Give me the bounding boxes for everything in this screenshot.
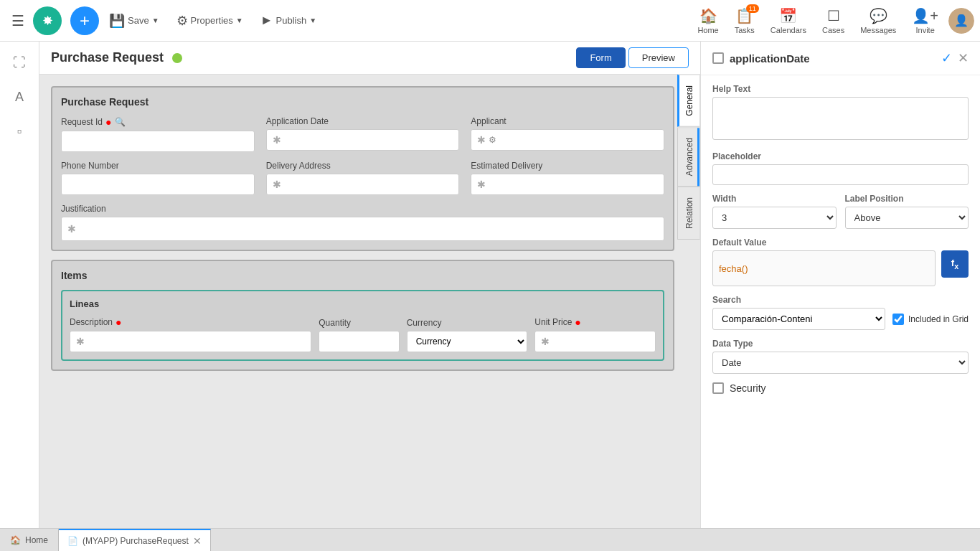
quantity-input[interactable] <box>319 331 399 352</box>
bottom-bar: 🏠 Home 📄 (MYAPP) PurchaseRequest ✕ <box>0 528 980 551</box>
field-description: Description ● ✱ <box>70 316 311 352</box>
applicant-gear-icon: ⚙ <box>489 135 496 145</box>
tasks-label: Tasks <box>735 26 755 34</box>
top-navbar: ☰ ✸ + 💾 Save ▼ ⚙ Properties ▼ ► Publish … <box>0 0 980 42</box>
help-text-label: Help Text <box>712 84 969 94</box>
vtab-general[interactable]: General <box>677 75 700 127</box>
phone-number-input[interactable] <box>61 174 255 195</box>
bottom-tab-purchaserequest[interactable]: 📄 (MYAPP) PurchaseRequest ✕ <box>59 529 211 551</box>
avatar-button[interactable]: 👤 <box>948 8 974 34</box>
preview-view-button[interactable]: Preview <box>628 47 689 68</box>
messages-icon: 💬 <box>870 7 887 24</box>
vtab-advanced[interactable]: Advanced <box>677 127 700 187</box>
security-row: Security <box>712 382 969 394</box>
messages-button[interactable]: 💬 Messages <box>854 4 902 37</box>
currency-select[interactable]: Currency USD EUR GBP <box>407 331 528 352</box>
field-phone-number: Phone Number <box>61 161 255 195</box>
doc-tab-label: (MYAPP) PurchaseRequest <box>83 536 189 546</box>
save-button[interactable]: 💾 Save ▼ <box>102 10 166 32</box>
data-type-select[interactable]: Date DateTime String Number Boolean <box>712 352 969 374</box>
home-tab-label: Home <box>25 535 48 545</box>
application-date-input[interactable]: ✱ <box>266 129 460 151</box>
form-title: Purchase Request <box>51 50 164 65</box>
asterisk-icon: ✱ <box>273 134 281 146</box>
form-content: Purchase Request Request Id ● 🔍 <box>39 75 700 382</box>
request-id-input[interactable] <box>61 131 255 152</box>
publish-label: Publish <box>276 15 307 26</box>
home-nav-label: Home <box>697 26 718 34</box>
invite-button[interactable]: 👤+ Invite <box>906 4 944 37</box>
calendars-button[interactable]: 📅 Calendars <box>765 4 812 37</box>
form-topbar: Purchase Request Form Preview <box>39 42 700 75</box>
request-id-label: Request Id ● 🔍 <box>61 116 255 128</box>
field-application-date: Application Date ✱ <box>266 116 460 152</box>
close-tab-icon[interactable]: ✕ <box>193 535 202 547</box>
placeholder-group: Placeholder <box>712 151 969 185</box>
bottom-tab-home[interactable]: 🏠 Home <box>0 529 59 551</box>
invite-icon: 👤+ <box>912 7 938 24</box>
properties-button[interactable]: ⚙ Properties ▼ <box>169 10 250 32</box>
cases-icon: ☐ <box>827 7 840 24</box>
data-type-group: Data Type Date DateTime String Number Bo… <box>712 339 969 374</box>
form-canvas: Purchase Request Form Preview General Ad… <box>39 42 700 528</box>
included-in-grid-wrap: Included in Grid <box>892 314 969 325</box>
properties-icon: ⚙ <box>176 13 188 29</box>
cases-label: Cases <box>822 26 844 34</box>
cases-button[interactable]: ☐ Cases <box>816 4 850 37</box>
search-label: Search <box>712 295 969 305</box>
formula-btn-label: fx <box>951 258 958 270</box>
save-label: Save <box>128 15 149 26</box>
vtab-relation[interactable]: Relation <box>677 187 700 240</box>
search-group: Search Comparación-Conteni Equals Contai… <box>712 295 969 330</box>
form-view-button[interactable]: Form <box>576 47 625 68</box>
hamburger-button[interactable]: ☰ <box>6 6 30 35</box>
applicant-input[interactable]: ✱ ⚙ <box>471 129 664 151</box>
help-text-input[interactable] <box>712 97 969 140</box>
panel-confirm-icon[interactable]: ✓ <box>941 50 952 66</box>
calendars-icon: 📅 <box>779 7 797 24</box>
field-request-id: Request Id ● 🔍 <box>61 116 255 152</box>
estimated-delivery-label: Estimated Delivery <box>471 161 664 171</box>
width-label: Width <box>712 194 837 204</box>
panel-checkbox[interactable] <box>712 52 724 64</box>
formula-text: fecha() <box>719 263 748 274</box>
included-in-grid-checkbox[interactable] <box>892 314 904 325</box>
sidebar-text-icon[interactable]: A <box>6 83 33 110</box>
placeholder-input[interactable] <box>712 164 969 185</box>
nav-right: 🏠 Home 📋 Tasks 11 📅 Calendars ☐ Cases 💬 … <box>692 4 974 37</box>
logo-button[interactable]: ✸ <box>33 6 62 35</box>
label-position-select[interactable]: Above Left Right Hidden <box>845 207 969 229</box>
panel-close-icon[interactable]: ✕ <box>958 50 969 66</box>
publish-caret-icon: ▼ <box>309 17 316 24</box>
publish-button[interactable]: ► Publish ▼ <box>253 10 324 31</box>
add-button[interactable]: + <box>70 6 99 35</box>
search-select[interactable]: Comparación-Conteni Equals Contains Star… <box>712 308 885 330</box>
nav-left: ☰ ✸ + 💾 Save ▼ ⚙ Properties ▼ ► Publish … <box>6 6 324 35</box>
sidebar-component-icon[interactable]: ▫ <box>6 118 33 145</box>
estimated-delivery-input[interactable]: ✱ <box>471 174 664 195</box>
currency-label: Currency <box>407 318 528 328</box>
default-value-row: fecha() fx <box>712 250 969 286</box>
unit-price-input[interactable]: ✱ <box>534 331 656 352</box>
save-icon: 💾 <box>109 13 125 29</box>
default-value-box[interactable]: fecha() <box>712 250 936 286</box>
delivery-address-label: Delivery Address <box>266 161 460 171</box>
right-panel: applicationDate ✓ ✕ Help Text Placeholde… <box>700 42 980 528</box>
description-input[interactable]: ✱ <box>70 331 311 352</box>
doc-tab-icon: 📄 <box>67 536 78 546</box>
main-area: ⛶ A ▫ Purchase Request Form Preview Gene… <box>0 42 980 528</box>
unit-price-required: ● <box>575 316 580 328</box>
home-tab-icon: 🏠 <box>10 535 21 545</box>
phone-number-label: Phone Number <box>61 161 255 171</box>
justification-input[interactable]: ✱ <box>61 217 664 241</box>
section1-title: Purchase Request <box>61 96 664 108</box>
search-row: Comparación-Conteni Equals Contains Star… <box>712 308 969 330</box>
home-nav-button[interactable]: 🏠 Home <box>692 4 724 37</box>
sidebar-layout-icon[interactable]: ⛶ <box>6 49 33 76</box>
security-checkbox[interactable] <box>712 382 724 394</box>
width-select[interactable]: 3 6 12 <box>712 207 837 229</box>
width-label-position-row: Width 3 6 12 Label Position Above Left R… <box>712 194 969 229</box>
formula-button[interactable]: fx <box>941 250 969 278</box>
delivery-address-input[interactable]: ✱ <box>266 174 460 195</box>
required-icon: ● <box>105 116 111 128</box>
